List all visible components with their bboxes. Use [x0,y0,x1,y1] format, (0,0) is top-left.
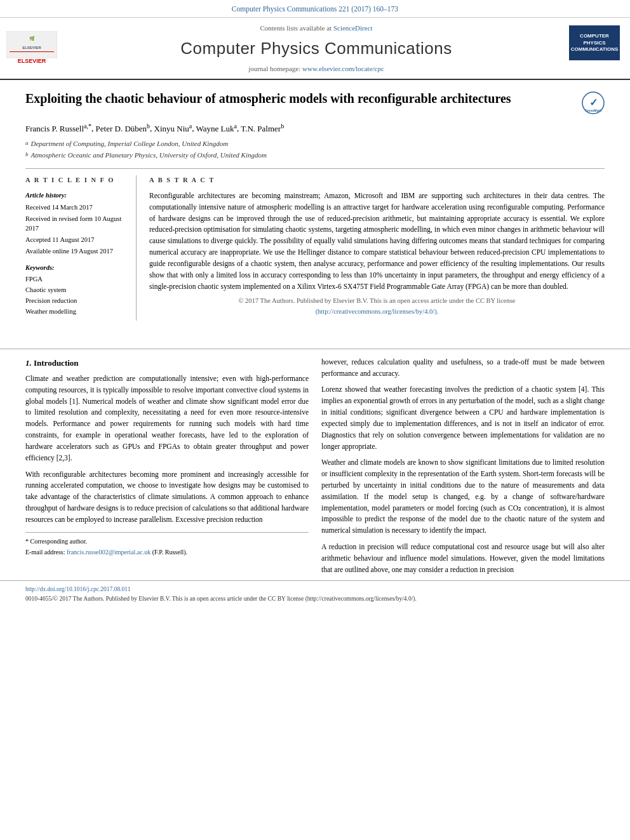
journal-citation: Computer Physics Communications 221 (201… [232,5,398,13]
journal-header: 🌿 ELSEVIER ELSEVIER Contents lists avail… [0,18,630,80]
svg-text:✓: ✓ [589,97,598,108]
affiliation-a: a Department of Computing, Imperial Coll… [25,138,605,150]
keyword-1: FPGA [25,274,127,284]
email-footnote: E-mail address: francis.russell02@imperi… [25,547,309,557]
cc-license-link[interactable]: (http://creativecommons.org/licenses/by/… [316,308,439,315]
history-label: Article history: [25,190,127,201]
intro-para-3: however, reduces calculation quality and… [321,357,605,380]
intro-para-4: Lorenz showed that weather forecasting i… [321,384,605,452]
body-left-column: 1. Introduction Climate and weather pred… [25,357,309,581]
svg-text:🌿: 🌿 [29,36,35,41]
available-online-date: Available online 19 August 2017 [25,246,127,257]
author-1: Francis P. Russella,* [25,124,91,133]
cpc-badge: COMPUTER PHYSICS COMMUNICATIONS [569,25,620,60]
svg-text:CrossMark: CrossMark [585,109,601,112]
section-divider [0,349,630,349]
main-content-area: Exploiting the chaotic behaviour of atmo… [0,80,630,341]
keywords-block: Keywords: FPGA Chaotic system Precision … [25,263,127,317]
doi-link[interactable]: http://dx.doi.org/10.1016/j.cpc.2017.08.… [25,586,130,592]
page-footer: http://dx.doi.org/10.1016/j.cpc.2017.08.… [0,580,630,606]
received-revised-date: Received in revised form 10 August 2017 [25,214,127,234]
keyword-3: Precision reduction [25,296,127,306]
sciencedirect-link[interactable]: ScienceDirect [333,24,373,32]
crossmark-badge: ✓ CrossMark [582,91,605,114]
affiliation-b: b Atmospheric Oceanic and Planetary Phys… [25,150,605,161]
keywords-label: Keywords: [25,263,127,273]
intro-para-1: Climate and weather prediction are compu… [25,373,309,464]
svg-text:ELSEVIER: ELSEVIER [22,46,41,50]
accepted-date: Accepted 11 August 2017 [25,235,127,245]
journal-title: Computer Physics Communications [180,36,452,61]
footnote-area: * Corresponding author. E-mail address: … [25,532,309,557]
svg-rect-0 [6,31,57,58]
keyword-2: Chaotic system [25,285,127,295]
body-content: 1. Introduction Climate and weather pred… [0,357,630,581]
article-title-row: Exploiting the chaotic behaviour of atmo… [25,90,605,114]
cpc-badge-area: COMPUTER PHYSICS COMMUNICATIONS [569,23,620,74]
abstract-heading: A B S T R A C T [149,175,605,185]
keyword-4: Weather modelling [25,307,127,317]
cc-license-line: © 2017 The Authors. Published by Elsevie… [149,296,605,317]
article-history-block: Article history: Received 14 March 2017 … [25,190,127,257]
article-info-abstract-row: A R T I C L E I N F O Article history: R… [25,168,605,321]
svg-text:ELSEVIER: ELSEVIER [18,58,46,64]
author-4: Wayne Luka [196,124,237,133]
contents-available-line: Contents lists available at ScienceDirec… [260,23,372,34]
author-3: Xinyu Niua [154,124,192,133]
journal-homepage-line: journal homepage: www.elsevier.com/locat… [248,63,384,74]
elsevier-logo: 🌿 ELSEVIER ELSEVIER [6,31,57,66]
footer-issn-text: 0010-4655/© 2017 The Authors. Published … [25,596,417,602]
intro-para-2: With reconfigurable architectures becomi… [25,469,309,526]
elsevier-logo-area: 🌿 ELSEVIER ELSEVIER [6,23,64,74]
journal-title-area: Contents lists available at ScienceDirec… [70,23,563,74]
section-1-title: 1. Introduction [25,357,309,370]
affiliations-block: a Department of Computing, Imperial Coll… [25,138,605,161]
abstract-column: A B S T R A C T Reconfigurable architect… [149,175,605,321]
homepage-url[interactable]: www.elsevier.com/locate/cpc [302,65,384,72]
author-5: T.N. Palmerb [241,124,284,133]
intro-para-5: Weather and climate models are known to … [321,457,605,537]
author-2: Peter D. Dübenb [96,124,151,133]
article-info-column: A R T I C L E I N F O Article history: R… [25,175,137,321]
abstract-text: Reconfigurable architectures are becomin… [149,190,605,317]
authors-line: Francis P. Russella,*, Peter D. Dübenb, … [25,121,605,135]
journal-citation-bar: Computer Physics Communications 221 (201… [0,0,630,18]
body-right-column: however, reduces calculation quality and… [321,357,605,581]
email-link[interactable]: francis.russell02@imperial.ac.uk [67,549,151,556]
received-date: Received 14 March 2017 [25,203,127,213]
article-info-heading: A R T I C L E I N F O [25,175,127,185]
svg-rect-3 [10,51,54,52]
intro-para-6: A reduction in precision will reduce com… [321,542,605,575]
corresponding-footnote: * Corresponding author. [25,537,309,547]
article-title: Exploiting the chaotic behaviour of atmo… [25,90,575,107]
